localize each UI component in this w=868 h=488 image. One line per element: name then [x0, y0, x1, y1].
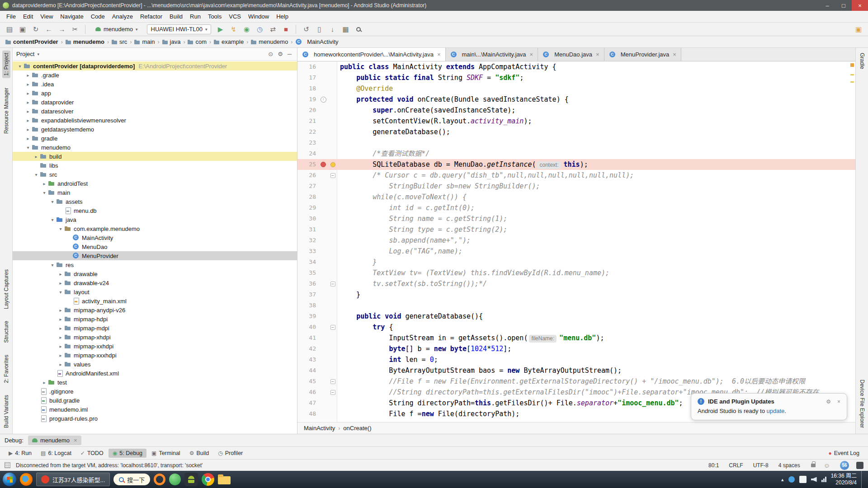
ime-tray-icon[interactable] [799, 476, 807, 483]
menu-refactor[interactable]: Refactor [137, 12, 166, 21]
volume-tray-icon[interactable] [811, 477, 817, 482]
menu-window[interactable]: Window [245, 12, 273, 21]
update-link[interactable]: update [766, 408, 784, 414]
fold-icon[interactable]: − [330, 173, 335, 178]
code-line[interactable]: 27 StringBuilder sb=new StringBuilder(); [297, 181, 855, 192]
project-view-chevron-icon[interactable]: ▾ [37, 52, 39, 56]
tree-item-getdatasystemdemo[interactable]: ▸getdatasystemdemo [13, 125, 297, 134]
chrome-icon[interactable] [202, 473, 214, 486]
android-studio-icon[interactable] [184, 473, 198, 486]
intention-bulb-icon[interactable] [330, 162, 335, 167]
tool-stripe-device-file-explorer[interactable]: Device File Explorer [858, 377, 866, 430]
fold-icon[interactable]: − [330, 282, 335, 286]
caret-position[interactable]: 80:1 [708, 462, 719, 469]
editor-breadcrumb-item[interactable]: onCreate() [343, 425, 371, 432]
minimize-button[interactable]: – [819, 0, 835, 11]
tree-item-drawable-v24[interactable]: ▸drawable-v24 [13, 278, 297, 287]
code-line[interactable]: 35 TextView tv= (TextView) this.findView… [297, 267, 855, 278]
firefox-icon[interactable] [20, 473, 33, 486]
menu-file[interactable]: File [3, 12, 19, 21]
tree-item-gradle[interactable]: ▸.gradle [13, 70, 297, 80]
tree-item-menudao[interactable]: MenuDao [13, 242, 297, 251]
tree-item-mipmap-xxhdpi[interactable]: ▸mipmap-xxhdpi [13, 342, 297, 351]
code-line[interactable]: 44 ByteArrayOutputStream baos = new Byte… [297, 365, 855, 376]
down-chevron-icon[interactable]: ▾ [24, 145, 32, 150]
search-icon[interactable] [353, 24, 364, 35]
maximize-button[interactable]: □ [835, 0, 852, 11]
down-chevron-icon[interactable]: ▾ [41, 190, 48, 195]
tree-item-contentprovider-dataproviderdemo[interactable]: ▾contentProvider [dataproviderdemo]E:\An… [13, 61, 297, 70]
editor-tab[interactable]: main\...\MainActivity.java× [446, 48, 538, 61]
tree-item-build-gradle[interactable]: build.gradle [13, 396, 297, 405]
tree-item-test[interactable]: ▸test [13, 378, 297, 387]
code-line[interactable]: 20 super.onCreate(savedInstanceState); [297, 105, 855, 116]
sdk-manager-icon[interactable]: ↓ [326, 24, 338, 35]
breakpoint-icon[interactable] [321, 162, 326, 167]
tree-item-dataresolver[interactable]: ▸dataresolver [13, 107, 297, 116]
tree-item-build[interactable]: ▸build [13, 152, 297, 161]
tree-item-app[interactable]: ▸app [13, 89, 297, 98]
right-chevron-icon[interactable]: ▸ [57, 362, 64, 367]
tree-item-mainactivity[interactable]: MainActivity [13, 233, 297, 242]
menu-help[interactable]: Help [273, 12, 292, 21]
menu-navigate[interactable]: Navigate [57, 12, 87, 21]
layout-inspector-icon[interactable]: ▦ [340, 24, 351, 35]
close-tab-icon[interactable]: × [673, 51, 676, 58]
tree-item-gitignore[interactable]: .gitignore [13, 387, 297, 396]
debug-icon[interactable]: ◉ [241, 24, 252, 35]
tool-stripe-build-variants[interactable]: Build Variants [2, 393, 10, 430]
code-line[interactable]: 21 setContentView(R.layout.activity_main… [297, 116, 855, 127]
menu-vcs[interactable]: VCS [225, 12, 245, 21]
code-line[interactable]: 40− try { [297, 322, 855, 333]
code-line[interactable]: 43 int len = 0; [297, 354, 855, 365]
code-editor[interactable]: 16public class MainActivity extends AppC… [297, 61, 855, 422]
tree-item-mipmap-xxxhdpi[interactable]: ▸mipmap-xxxhdpi [13, 351, 297, 360]
tree-item-menu-db[interactable]: menu.db [13, 206, 297, 215]
breadcrumb-item-menudemo[interactable]: menudemo [66, 38, 104, 45]
locate-icon[interactable]: ⊙ [268, 51, 273, 57]
right-chevron-icon[interactable]: ▸ [57, 353, 64, 358]
right-chevron-icon[interactable]: ▸ [57, 308, 64, 313]
tool-button-profiler[interactable]: ◷Profiler [214, 449, 247, 458]
code-line[interactable]: 42 byte[] b = new byte[1024*512]; [297, 343, 855, 354]
breadcrumb-item-mainactivity[interactable]: MainActivity [295, 38, 338, 46]
network-tray-icon[interactable] [821, 477, 826, 482]
tree-item-libs[interactable]: libs [13, 161, 297, 170]
profile-icon[interactable]: ◷ [254, 24, 265, 35]
tree-item-androidmanifest-xml[interactable]: AndroidManifest.xml [13, 369, 297, 378]
breadcrumb-item-example[interactable]: example [214, 38, 244, 45]
down-chevron-icon[interactable]: ▾ [57, 290, 64, 295]
code-line[interactable]: 33 Log.e("TAG",name); [297, 246, 855, 257]
messenger-tray-icon[interactable] [788, 476, 795, 483]
right-chevron-icon[interactable]: ▸ [24, 73, 32, 78]
tree-item-gradle[interactable]: ▸gradle [13, 134, 297, 143]
tree-item-src[interactable]: ▾src [13, 170, 297, 179]
tool-button-todo[interactable]: ✓TODO [76, 449, 108, 458]
tree-item-proguard-rules-pro[interactable]: proguard-rules.pro [13, 414, 297, 423]
code-line[interactable]: 16public class MainActivity extends AppC… [297, 61, 855, 72]
tool-button-6-logcat[interactable]: ▤6: Logcat [37, 449, 75, 458]
editor-tab[interactable]: MenuDao.java× [538, 48, 604, 61]
show-desktop-button[interactable] [861, 471, 865, 488]
tree-item-expandablelistviewmenuresolver[interactable]: ▸expandablelistviewmenuresolver [13, 116, 297, 125]
tree-item-androidtest[interactable]: ▸androidTest [13, 179, 297, 188]
error-stripe-mark[interactable] [850, 63, 854, 67]
indent-size[interactable]: 4 spaces [778, 462, 800, 469]
right-chevron-icon[interactable]: ▸ [24, 118, 32, 123]
code-line[interactable]: 45− //File f = new File(Environment.getE… [297, 376, 855, 387]
down-chevron-icon[interactable]: ▾ [16, 64, 24, 69]
browser-ring-icon[interactable] [154, 474, 165, 485]
tree-item-mipmap-hdpi[interactable]: ▸mipmap-hdpi [13, 314, 297, 324]
readonly-lock-icon[interactable] [811, 464, 816, 467]
news-widget[interactable]: 江苏37人感染新型... [36, 473, 110, 486]
breadcrumb-item-menudemo[interactable]: menudemo [251, 38, 288, 45]
right-chevron-icon[interactable]: ▸ [57, 317, 64, 322]
avd-manager-icon[interactable]: ▯ [313, 24, 325, 35]
tree-item-main[interactable]: ▾main [13, 188, 297, 197]
start-button[interactable] [3, 473, 16, 486]
taskbar-clock[interactable]: 16:36 周二 2020/8/4 [831, 473, 857, 486]
fold-icon[interactable]: − [330, 379, 335, 384]
file-encoding[interactable]: UTF-8 [753, 462, 769, 469]
right-chevron-icon[interactable]: ▸ [24, 82, 32, 87]
tool-button-5-debug[interactable]: ◉5: Debug [108, 449, 146, 458]
